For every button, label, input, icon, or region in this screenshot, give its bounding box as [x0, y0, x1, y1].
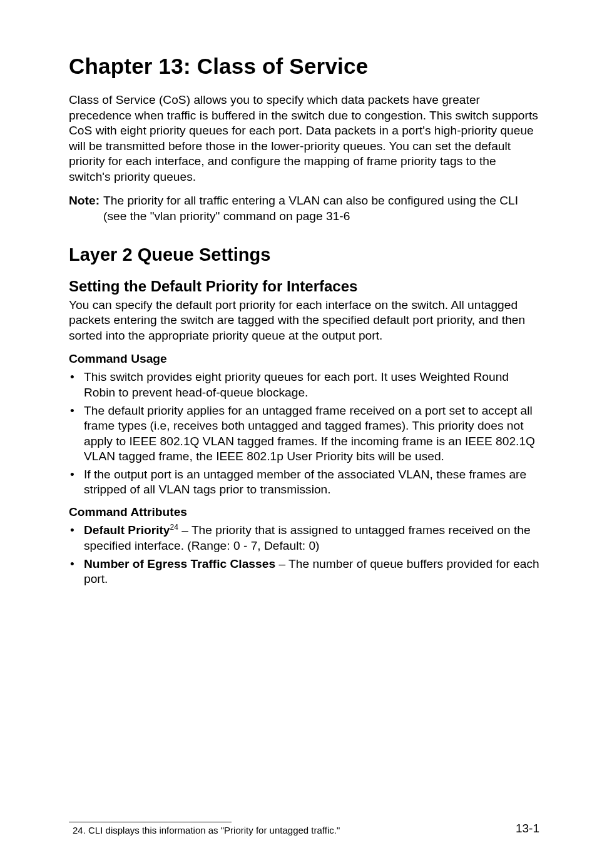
note-label: Note: — [69, 193, 103, 224]
attr-sup: 24 — [170, 523, 178, 532]
footnote-text: CLI displays this information as "Priori… — [88, 825, 340, 835]
list-item: This switch provides eight priority queu… — [69, 370, 539, 400]
footnote: 24. CLI displays this information as "Pr… — [73, 825, 539, 835]
attr-lead: Default Priority — [84, 523, 170, 537]
note-text: The priority for all traffic entering a … — [103, 193, 539, 224]
list-item: If the output port is an untagged member… — [69, 467, 539, 498]
chapter-title: Chapter 13: Class of Service — [69, 54, 539, 79]
list-item: Default Priority24 – The priority that i… — [69, 523, 539, 554]
footer: 24. CLI displays this information as "Pr… — [69, 822, 539, 835]
page: Chapter 13: Class of Service Class of Se… — [0, 0, 597, 868]
list-item: The default priority applies for an unta… — [69, 403, 539, 465]
footnote-marker: 24. — [73, 825, 86, 835]
page-number: 13-1 — [516, 822, 539, 835]
list-item: Number of Egress Traffic Classes – The n… — [69, 557, 539, 587]
section-intro-paragraph: You can specify the default port priorit… — [69, 298, 539, 344]
note-block: Note: The priority for all traffic enter… — [69, 193, 539, 224]
intro-paragraph: Class of Service (CoS) allows you to spe… — [69, 93, 539, 184]
section-heading-layer2: Layer 2 Queue Settings — [69, 245, 539, 265]
attr-lead: Number of Egress Traffic Classes — [84, 557, 275, 570]
footnote-rule — [69, 822, 232, 822]
section-heading-default-priority: Setting the Default Priority for Interfa… — [69, 278, 539, 295]
command-attributes-list: Default Priority24 – The priority that i… — [69, 523, 539, 587]
command-usage-list: This switch provides eight priority queu… — [69, 370, 539, 498]
command-usage-heading: Command Usage — [69, 352, 539, 366]
command-attributes-heading: Command Attributes — [69, 505, 539, 519]
